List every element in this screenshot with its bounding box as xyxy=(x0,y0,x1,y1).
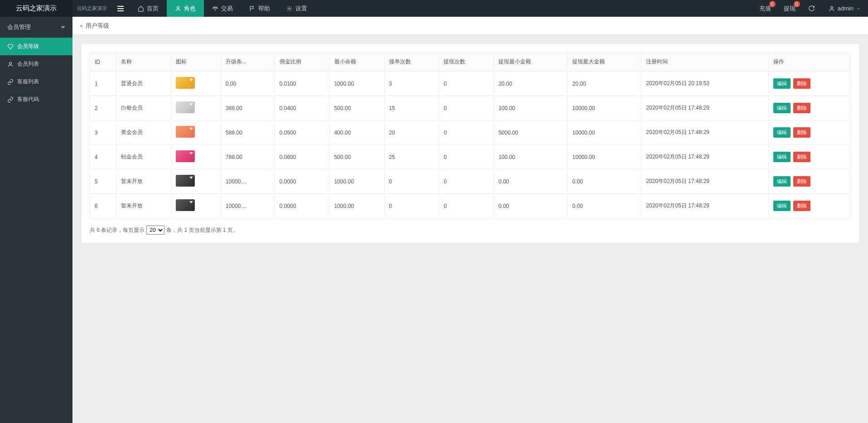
delete-button[interactable]: 删除 xyxy=(793,103,810,113)
table-cell: 暂未开放 xyxy=(116,169,171,194)
table-cell: 10000.... xyxy=(221,194,275,218)
table-row: 1普通会员0.000.01001000.003020.0020.002020年0… xyxy=(90,72,851,96)
sidebar-item-label: 会员等级 xyxy=(17,43,39,50)
table-cell: 暂未开放 xyxy=(116,194,171,218)
table-header[interactable]: 名称 xyxy=(116,53,171,72)
table-cell: 1 xyxy=(90,72,116,96)
breadcrumb-title: 用户等级 xyxy=(86,22,109,30)
level-badge-icon xyxy=(176,175,195,187)
recharge-label: 充值 xyxy=(759,5,771,13)
sidebar-item-service-code[interactable]: 客服代码 xyxy=(0,91,72,108)
table-cell: 白银会员 xyxy=(116,96,171,120)
table-cell: 1000.00 xyxy=(329,169,384,194)
table-cell: 100.00 xyxy=(494,145,568,169)
sidebar-item-service-list[interactable]: 客服列表 xyxy=(0,73,72,91)
table-header[interactable]: 提现次数 xyxy=(439,53,494,72)
sidebar: 会员管理 会员等级 会员列表 客服列表 客服代码 xyxy=(0,17,72,423)
home-icon xyxy=(138,5,144,12)
username-label: admin xyxy=(838,5,854,12)
user-avatar-icon xyxy=(829,5,835,12)
table-header[interactable]: ID xyxy=(90,53,116,72)
table-cell: 2020年02月05日 17:48:29 xyxy=(641,96,769,120)
table-cell: 400.00 xyxy=(329,120,384,145)
pagination-info: 共 6 条记录，每页显示 20 条，共 1 页当前显示第 1 页。 xyxy=(90,226,851,235)
table-cell xyxy=(171,96,221,120)
scale-icon xyxy=(212,5,218,12)
table-cell: 6 xyxy=(90,194,116,218)
edit-button[interactable]: 编辑 xyxy=(773,201,791,211)
nav-setting[interactable]: 设置 xyxy=(278,0,315,17)
main-panel: ID名称图标升级条...佣金比例最小余额接单次数提现次数提现最小金额提现最大金额… xyxy=(82,44,859,243)
table-cell: 黄金会员 xyxy=(116,120,171,145)
table-cell: 2 xyxy=(90,96,116,120)
table-cell: 0.00 xyxy=(568,169,641,194)
table-cell: 0 xyxy=(384,169,439,194)
table-cell: 5000.00 xyxy=(494,120,568,145)
menu-toggle-button[interactable] xyxy=(111,0,130,17)
level-table: ID名称图标升级条...佣金比例最小余额接单次数提现次数提现最小金额提现最大金额… xyxy=(90,52,851,218)
nav-help[interactable]: 帮助 xyxy=(241,0,278,17)
delete-button[interactable]: 删除 xyxy=(793,201,810,211)
page-size-select[interactable]: 20 xyxy=(146,226,164,235)
chevron-down-icon xyxy=(61,26,65,29)
table-cell: 100.00 xyxy=(494,96,568,120)
sidebar-item-label: 会员列表 xyxy=(17,60,39,68)
gear-icon xyxy=(286,5,293,12)
table-cell: 0.0000 xyxy=(275,194,329,218)
brand-subtitle: 云码之家演示 xyxy=(72,0,111,17)
withdraw-button[interactable]: 提现 0 xyxy=(777,0,802,17)
table-cell: 0 xyxy=(384,194,439,218)
refresh-icon xyxy=(808,5,815,12)
table-header[interactable]: 升级条... xyxy=(221,53,275,72)
table-cell: 普通会员 xyxy=(116,72,171,96)
level-badge-icon xyxy=(176,126,195,138)
table-cell: 500.00 xyxy=(329,145,384,169)
table-header[interactable]: 注册时间 xyxy=(641,53,769,72)
sidebar-item-label: 客服列表 xyxy=(17,78,39,86)
nav-role[interactable]: 角色 xyxy=(167,0,204,17)
table-cell: 3 xyxy=(384,72,439,96)
table-cell: 0.00 xyxy=(494,194,568,218)
table-header[interactable]: 提现最小金额 xyxy=(494,53,568,72)
edit-button[interactable]: 编辑 xyxy=(773,78,791,89)
table-header[interactable]: 佣金比例 xyxy=(275,53,329,72)
flag-icon xyxy=(249,5,256,12)
table-cell: 0.0500 xyxy=(275,120,329,145)
sidebar-item-label: 客服代码 xyxy=(17,96,39,103)
level-badge-icon xyxy=(176,101,195,113)
table-cell: 0.00 xyxy=(221,72,275,96)
delete-button[interactable]: 删除 xyxy=(793,78,810,89)
link-icon xyxy=(7,79,14,85)
svg-point-3 xyxy=(10,62,12,64)
table-header[interactable]: 最小余额 xyxy=(329,53,384,72)
table-cell: 0 xyxy=(439,145,494,169)
table-cell xyxy=(171,145,221,169)
table-header[interactable]: 操作 xyxy=(769,53,851,72)
sidebar-item-members[interactable]: 会员列表 xyxy=(0,55,72,73)
table-header[interactable]: 图标 xyxy=(171,53,221,72)
hamburger-icon xyxy=(117,8,124,9)
table-header[interactable]: 提现最大金额 xyxy=(568,53,641,72)
nav-trade[interactable]: 交易 xyxy=(204,0,241,17)
edit-button[interactable]: 编辑 xyxy=(773,176,791,187)
user-menu[interactable]: admin xyxy=(821,0,868,17)
nav-role-label: 角色 xyxy=(184,5,196,13)
nav-home[interactable]: 首页 xyxy=(130,0,167,17)
table-cell: 388.00 xyxy=(221,96,275,120)
sidebar-group-member[interactable]: 会员管理 xyxy=(0,17,72,38)
table-cell: 编辑删除 xyxy=(769,145,851,169)
chevron-right-icon: » xyxy=(80,23,83,29)
table-row: 4铂金会员788.000.0600500.00250100.0010000.00… xyxy=(90,145,851,169)
edit-button[interactable]: 编辑 xyxy=(773,127,791,138)
sidebar-item-level[interactable]: 会员等级 xyxy=(0,38,72,55)
delete-button[interactable]: 删除 xyxy=(793,176,810,187)
recharge-button[interactable]: 充值 0 xyxy=(753,0,777,17)
edit-button[interactable]: 编辑 xyxy=(773,103,791,113)
delete-button[interactable]: 删除 xyxy=(793,127,810,138)
refresh-button[interactable] xyxy=(802,0,821,17)
delete-button[interactable]: 删除 xyxy=(793,152,810,162)
edit-button[interactable]: 编辑 xyxy=(773,152,791,162)
nav-help-label: 帮助 xyxy=(258,5,270,13)
table-row: 5暂未开放10000....0.00001000.00000.000.00202… xyxy=(90,169,851,194)
table-header[interactable]: 接单次数 xyxy=(384,53,439,72)
